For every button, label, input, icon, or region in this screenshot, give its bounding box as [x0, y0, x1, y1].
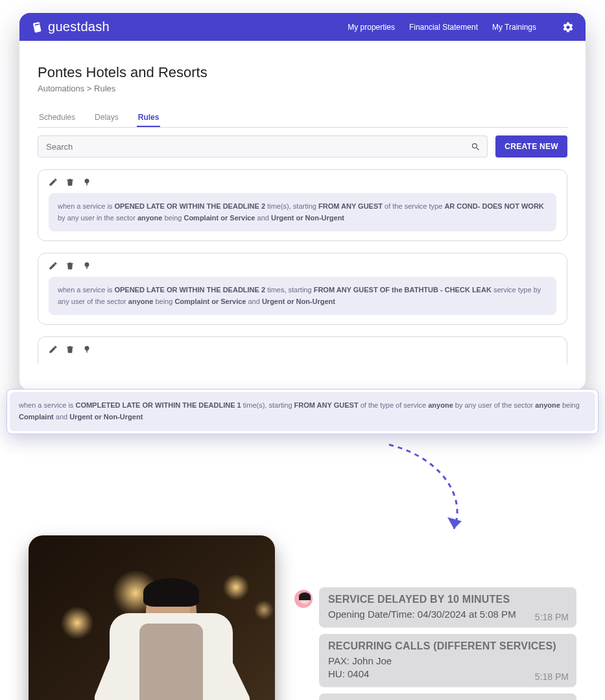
rule-card	[38, 336, 567, 364]
delete-icon[interactable]	[65, 345, 75, 354]
lightbulb-icon[interactable]	[82, 178, 91, 187]
search-row: CREATE NEW	[38, 135, 567, 158]
tabs: Schedules Delays Rules	[38, 109, 567, 128]
rule-actions	[49, 345, 556, 354]
nav-my-trainings[interactable]: My Trainings	[492, 23, 536, 32]
brand: guestdash	[31, 19, 110, 34]
tab-delays[interactable]: Delays	[93, 109, 120, 127]
tab-schedules[interactable]: Schedules	[38, 109, 77, 127]
notification-body: PAX: John JoeHU: 0404	[328, 655, 567, 681]
notification-body: Opening Date/Time: 04/30/2024 at 5:08 PM	[328, 608, 567, 621]
rule-actions	[49, 261, 556, 270]
notification-title: SERVICE DELAYED BY 10 MINUTES	[328, 594, 567, 605]
gear-icon	[562, 21, 574, 33]
page-title: Pontes Hotels and Resorts	[38, 64, 567, 81]
notification-card: RECURRING CALLS (DIFFERENT SERVICES) PAX…	[319, 634, 576, 688]
nav-financial-statement[interactable]: Financial Statement	[409, 23, 478, 32]
edit-icon[interactable]	[49, 178, 58, 187]
lightbulb-icon[interactable]	[82, 261, 91, 270]
rule-description: when a service is OPENED LATE OR WITHIN …	[49, 277, 556, 315]
content-area: Pontes Hotels and Resorts Automations > …	[19, 41, 586, 364]
breadcrumb: Automations > Rules	[38, 84, 567, 93]
chat-notifications: SERVICE DELAYED BY 10 MINUTES Opening Da…	[294, 587, 576, 700]
app-window: guestdash My properties Financial Statem…	[19, 13, 586, 390]
rule-card: when a service is OPENED LATE OR WITHIN …	[38, 253, 567, 325]
brand-name: guestdash	[48, 19, 110, 34]
flow-arrow-down	[0, 438, 605, 535]
notification-card: SERVICE ENDED LATE PAX: John JoeHU: 0404…	[319, 694, 576, 700]
delete-icon[interactable]	[65, 261, 75, 270]
nav-links: My properties Financial Statement My Tra…	[348, 23, 536, 32]
notification-title: RECURRING CALLS (DIFFERENT SERVICES)	[328, 640, 567, 652]
search-box[interactable]	[38, 135, 488, 158]
tab-rules[interactable]: Rules	[137, 109, 161, 127]
lightbulb-icon[interactable]	[82, 345, 91, 354]
settings-button[interactable]	[562, 21, 574, 33]
topbar: guestdash My properties Financial Statem…	[19, 13, 586, 41]
avatar	[294, 590, 313, 608]
rule-description: when a service is OPENED LATE OR WITHIN …	[49, 193, 556, 231]
svg-point-3	[85, 263, 89, 267]
bottom-area: SERVICE DELAYED BY 10 MINUTES Opening Da…	[0, 535, 605, 700]
create-new-button[interactable]: CREATE NEW	[495, 135, 567, 158]
rule-actions	[49, 178, 556, 187]
notification-card: SERVICE DELAYED BY 10 MINUTES Opening Da…	[319, 587, 576, 627]
notification-time: 5:18 PM	[535, 612, 569, 622]
svg-point-4	[85, 347, 89, 351]
rule-description: when a service is COMPLETED LATE OR WITH…	[10, 392, 595, 430]
logo-icon	[31, 21, 44, 34]
notification-time: 5:18 PM	[535, 671, 569, 682]
edit-icon[interactable]	[49, 345, 58, 354]
edit-icon[interactable]	[49, 261, 58, 270]
staff-photo	[29, 535, 275, 700]
search-icon	[471, 142, 480, 152]
svg-point-2	[85, 179, 89, 183]
delete-icon[interactable]	[65, 178, 75, 187]
rule-highlighted: when a service is COMPLETED LATE OR WITH…	[6, 389, 599, 434]
rule-card: when a service is OPENED LATE OR WITHIN …	[38, 169, 567, 241]
svg-rect-0	[33, 21, 42, 32]
nav-my-properties[interactable]: My properties	[348, 23, 395, 32]
search-input[interactable]	[45, 141, 471, 152]
